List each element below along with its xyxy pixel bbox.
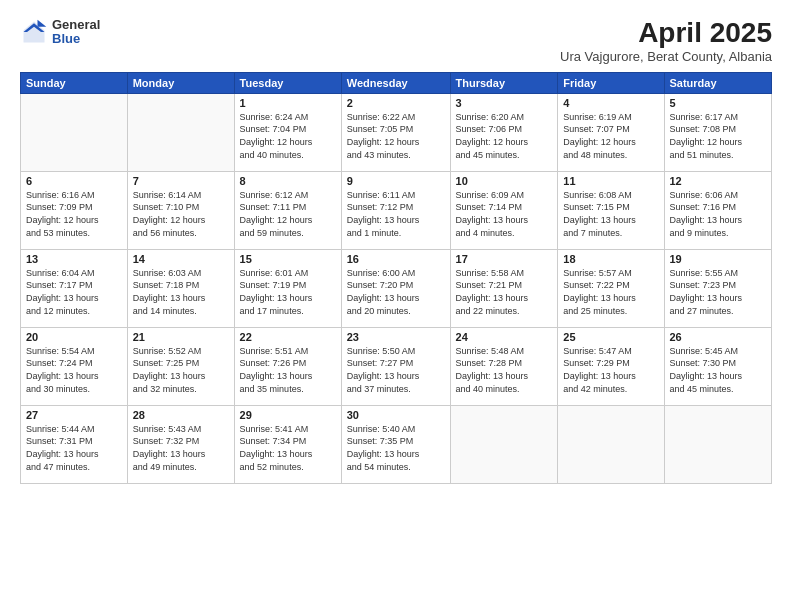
calendar-cell: 25Sunrise: 5:47 AM Sunset: 7:29 PM Dayli… xyxy=(558,327,664,405)
header-row: Sunday Monday Tuesday Wednesday Thursday… xyxy=(21,72,772,93)
calendar-cell xyxy=(21,93,128,171)
calendar-cell: 6Sunrise: 6:16 AM Sunset: 7:09 PM Daylig… xyxy=(21,171,128,249)
calendar-week-1: 1Sunrise: 6:24 AM Sunset: 7:04 PM Daylig… xyxy=(21,93,772,171)
logo-blue: Blue xyxy=(52,32,100,46)
day-info: Sunrise: 5:43 AM Sunset: 7:32 PM Dayligh… xyxy=(133,423,229,473)
day-info: Sunrise: 5:40 AM Sunset: 7:35 PM Dayligh… xyxy=(347,423,445,473)
calendar-cell: 28Sunrise: 5:43 AM Sunset: 7:32 PM Dayli… xyxy=(127,405,234,483)
day-number: 16 xyxy=(347,253,445,265)
day-info: Sunrise: 6:20 AM Sunset: 7:06 PM Dayligh… xyxy=(456,111,553,161)
calendar-cell: 17Sunrise: 5:58 AM Sunset: 7:21 PM Dayli… xyxy=(450,249,558,327)
calendar-cell: 30Sunrise: 5:40 AM Sunset: 7:35 PM Dayli… xyxy=(341,405,450,483)
calendar-cell: 3Sunrise: 6:20 AM Sunset: 7:06 PM Daylig… xyxy=(450,93,558,171)
day-info: Sunrise: 6:17 AM Sunset: 7:08 PM Dayligh… xyxy=(670,111,767,161)
calendar-cell: 15Sunrise: 6:01 AM Sunset: 7:19 PM Dayli… xyxy=(234,249,341,327)
day-number: 10 xyxy=(456,175,553,187)
calendar-cell: 14Sunrise: 6:03 AM Sunset: 7:18 PM Dayli… xyxy=(127,249,234,327)
calendar-cell: 13Sunrise: 6:04 AM Sunset: 7:17 PM Dayli… xyxy=(21,249,128,327)
day-number: 28 xyxy=(133,409,229,421)
day-number: 29 xyxy=(240,409,336,421)
location-title: Ura Vajgurore, Berat County, Albania xyxy=(560,49,772,64)
logo: General Blue xyxy=(20,18,100,47)
day-number: 2 xyxy=(347,97,445,109)
calendar-cell: 22Sunrise: 5:51 AM Sunset: 7:26 PM Dayli… xyxy=(234,327,341,405)
day-number: 18 xyxy=(563,253,658,265)
day-number: 15 xyxy=(240,253,336,265)
day-number: 3 xyxy=(456,97,553,109)
svg-marker-1 xyxy=(38,20,47,27)
calendar-cell: 12Sunrise: 6:06 AM Sunset: 7:16 PM Dayli… xyxy=(664,171,772,249)
day-number: 6 xyxy=(26,175,122,187)
calendar-cell: 2Sunrise: 6:22 AM Sunset: 7:05 PM Daylig… xyxy=(341,93,450,171)
calendar-cell: 1Sunrise: 6:24 AM Sunset: 7:04 PM Daylig… xyxy=(234,93,341,171)
day-number: 17 xyxy=(456,253,553,265)
day-number: 22 xyxy=(240,331,336,343)
day-info: Sunrise: 5:45 AM Sunset: 7:30 PM Dayligh… xyxy=(670,345,767,395)
month-title: April 2025 xyxy=(560,18,772,49)
calendar-cell: 19Sunrise: 5:55 AM Sunset: 7:23 PM Dayli… xyxy=(664,249,772,327)
calendar-cell: 27Sunrise: 5:44 AM Sunset: 7:31 PM Dayli… xyxy=(21,405,128,483)
logo-text: General Blue xyxy=(52,18,100,47)
logo-general: General xyxy=(52,18,100,32)
day-number: 7 xyxy=(133,175,229,187)
calendar-cell: 24Sunrise: 5:48 AM Sunset: 7:28 PM Dayli… xyxy=(450,327,558,405)
day-info: Sunrise: 5:47 AM Sunset: 7:29 PM Dayligh… xyxy=(563,345,658,395)
col-friday: Friday xyxy=(558,72,664,93)
calendar-cell: 26Sunrise: 5:45 AM Sunset: 7:30 PM Dayli… xyxy=(664,327,772,405)
title-block: April 2025 Ura Vajgurore, Berat County, … xyxy=(560,18,772,64)
day-info: Sunrise: 5:44 AM Sunset: 7:31 PM Dayligh… xyxy=(26,423,122,473)
day-number: 1 xyxy=(240,97,336,109)
day-info: Sunrise: 5:55 AM Sunset: 7:23 PM Dayligh… xyxy=(670,267,767,317)
day-number: 20 xyxy=(26,331,122,343)
calendar-cell: 7Sunrise: 6:14 AM Sunset: 7:10 PM Daylig… xyxy=(127,171,234,249)
col-tuesday: Tuesday xyxy=(234,72,341,93)
day-info: Sunrise: 6:00 AM Sunset: 7:20 PM Dayligh… xyxy=(347,267,445,317)
calendar-cell: 4Sunrise: 6:19 AM Sunset: 7:07 PM Daylig… xyxy=(558,93,664,171)
day-info: Sunrise: 5:51 AM Sunset: 7:26 PM Dayligh… xyxy=(240,345,336,395)
calendar-cell: 10Sunrise: 6:09 AM Sunset: 7:14 PM Dayli… xyxy=(450,171,558,249)
day-number: 19 xyxy=(670,253,767,265)
day-info: Sunrise: 5:57 AM Sunset: 7:22 PM Dayligh… xyxy=(563,267,658,317)
day-info: Sunrise: 5:52 AM Sunset: 7:25 PM Dayligh… xyxy=(133,345,229,395)
calendar-cell: 9Sunrise: 6:11 AM Sunset: 7:12 PM Daylig… xyxy=(341,171,450,249)
day-number: 13 xyxy=(26,253,122,265)
day-number: 21 xyxy=(133,331,229,343)
calendar-cell: 16Sunrise: 6:00 AM Sunset: 7:20 PM Dayli… xyxy=(341,249,450,327)
day-info: Sunrise: 6:19 AM Sunset: 7:07 PM Dayligh… xyxy=(563,111,658,161)
calendar-table: Sunday Monday Tuesday Wednesday Thursday… xyxy=(20,72,772,484)
col-thursday: Thursday xyxy=(450,72,558,93)
calendar-cell xyxy=(127,93,234,171)
day-info: Sunrise: 6:14 AM Sunset: 7:10 PM Dayligh… xyxy=(133,189,229,239)
day-number: 8 xyxy=(240,175,336,187)
calendar-week-2: 6Sunrise: 6:16 AM Sunset: 7:09 PM Daylig… xyxy=(21,171,772,249)
day-number: 26 xyxy=(670,331,767,343)
calendar-week-4: 20Sunrise: 5:54 AM Sunset: 7:24 PM Dayli… xyxy=(21,327,772,405)
day-info: Sunrise: 6:01 AM Sunset: 7:19 PM Dayligh… xyxy=(240,267,336,317)
day-info: Sunrise: 5:58 AM Sunset: 7:21 PM Dayligh… xyxy=(456,267,553,317)
day-info: Sunrise: 6:09 AM Sunset: 7:14 PM Dayligh… xyxy=(456,189,553,239)
calendar-cell: 5Sunrise: 6:17 AM Sunset: 7:08 PM Daylig… xyxy=(664,93,772,171)
col-wednesday: Wednesday xyxy=(341,72,450,93)
day-info: Sunrise: 6:03 AM Sunset: 7:18 PM Dayligh… xyxy=(133,267,229,317)
day-info: Sunrise: 6:11 AM Sunset: 7:12 PM Dayligh… xyxy=(347,189,445,239)
day-info: Sunrise: 6:12 AM Sunset: 7:11 PM Dayligh… xyxy=(240,189,336,239)
calendar-cell: 29Sunrise: 5:41 AM Sunset: 7:34 PM Dayli… xyxy=(234,405,341,483)
col-monday: Monday xyxy=(127,72,234,93)
calendar-cell: 11Sunrise: 6:08 AM Sunset: 7:15 PM Dayli… xyxy=(558,171,664,249)
calendar-cell: 23Sunrise: 5:50 AM Sunset: 7:27 PM Dayli… xyxy=(341,327,450,405)
day-number: 14 xyxy=(133,253,229,265)
calendar-cell: 21Sunrise: 5:52 AM Sunset: 7:25 PM Dayli… xyxy=(127,327,234,405)
day-info: Sunrise: 6:06 AM Sunset: 7:16 PM Dayligh… xyxy=(670,189,767,239)
header: General Blue April 2025 Ura Vajgurore, B… xyxy=(20,18,772,64)
calendar-cell xyxy=(558,405,664,483)
day-number: 30 xyxy=(347,409,445,421)
calendar-week-3: 13Sunrise: 6:04 AM Sunset: 7:17 PM Dayli… xyxy=(21,249,772,327)
day-number: 25 xyxy=(563,331,658,343)
day-number: 9 xyxy=(347,175,445,187)
day-number: 23 xyxy=(347,331,445,343)
day-number: 12 xyxy=(670,175,767,187)
day-number: 24 xyxy=(456,331,553,343)
day-info: Sunrise: 5:41 AM Sunset: 7:34 PM Dayligh… xyxy=(240,423,336,473)
day-number: 4 xyxy=(563,97,658,109)
day-info: Sunrise: 6:04 AM Sunset: 7:17 PM Dayligh… xyxy=(26,267,122,317)
